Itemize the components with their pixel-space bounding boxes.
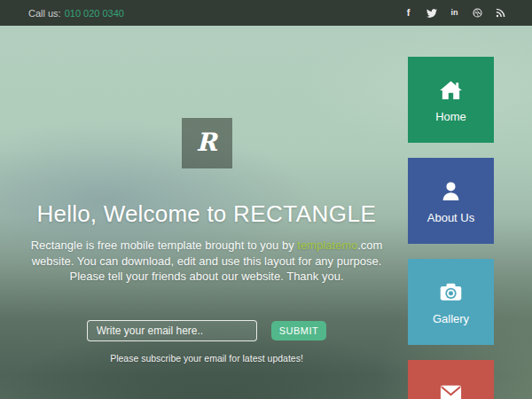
phone-number-link[interactable]: 010 020 0340 [65, 8, 124, 19]
intro-paragraph: Rectangle is free mobile template brough… [19, 238, 395, 285]
linkedin-icon[interactable]: in [447, 5, 462, 20]
nav-tile-label: Home [435, 110, 466, 123]
top-bar: Call us: 010 020 0340 f in [0, 0, 532, 26]
nav-tile-gallery[interactable]: Gallery [408, 259, 494, 345]
page-title-prefix: Hello, Welcome to [37, 200, 233, 227]
page-title-brand: RECTANGLE [233, 200, 377, 227]
templatemo-link[interactable]: templatemo [297, 239, 357, 252]
email-input[interactable] [87, 320, 257, 341]
envelope-icon [439, 381, 463, 399]
rectangle-landing-page: Call us: 010 020 0340 f in R Hello, Welc… [0, 0, 532, 399]
facebook-icon[interactable]: f [401, 5, 416, 20]
page-title: Hello, Welcome to RECTANGLE [0, 200, 413, 228]
social-links: f in [401, 0, 508, 26]
rss-icon[interactable] [493, 5, 508, 20]
nav-tile-contact[interactable] [408, 360, 494, 399]
nav-tile-label: Gallery [433, 312, 469, 325]
user-icon [439, 179, 463, 203]
call-us: Call us: 010 020 0340 [28, 8, 124, 19]
home-icon [439, 78, 463, 102]
camera-icon [439, 280, 463, 304]
call-us-label: Call us: [28, 8, 61, 19]
hero-section: R Hello, Welcome to RECTANGLE Rectangle … [0, 26, 413, 364]
twitter-icon[interactable] [424, 5, 439, 20]
submit-button[interactable]: SUBMIT [271, 321, 327, 340]
nav-tile-label: About Us [427, 211, 474, 224]
subscribe-form: SUBMIT [0, 320, 413, 341]
intro-text-1: Rectangle is free mobile template brough… [31, 239, 298, 252]
subscribe-note: Please subscribe your email for latest u… [0, 353, 413, 364]
nav-tile-about[interactable]: About Us [408, 158, 494, 244]
nav-tile-home[interactable]: Home [408, 57, 494, 143]
logo-square: R [182, 118, 232, 168]
logo-letter: R [196, 128, 216, 157]
dribbble-icon[interactable] [470, 5, 485, 20]
tile-navigation: Home About Us Gallery [408, 57, 494, 399]
